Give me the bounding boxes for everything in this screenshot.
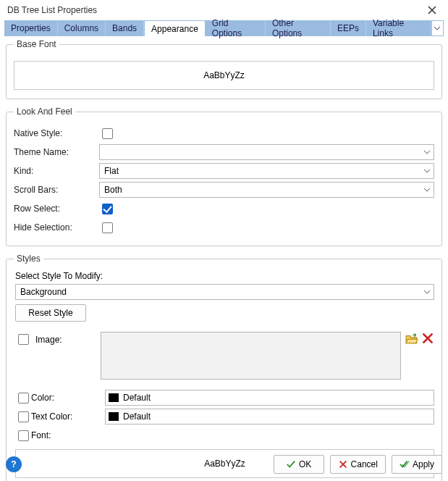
native-style-label: Native Style: bbox=[14, 128, 99, 138]
styles-legend: Styles bbox=[14, 254, 43, 264]
image-checkbox[interactable] bbox=[18, 334, 29, 345]
apply-button[interactable]: Apply bbox=[392, 455, 442, 474]
reset-style-button[interactable]: Reset Style bbox=[15, 304, 86, 322]
scroll-bars-value: Both bbox=[104, 185, 122, 195]
open-image-button[interactable] bbox=[405, 332, 418, 345]
text-color-select[interactable]: Default bbox=[105, 409, 434, 424]
help-icon: ? bbox=[11, 459, 16, 469]
hide-selection-checkbox[interactable] bbox=[102, 222, 113, 233]
font-label: Font: bbox=[31, 430, 101, 440]
color-select[interactable]: Default bbox=[105, 390, 434, 406]
theme-name-select[interactable] bbox=[99, 144, 434, 160]
scroll-bars-select[interactable]: Both bbox=[99, 182, 434, 198]
ok-button[interactable]: OK bbox=[274, 455, 324, 474]
base-font-sample[interactable]: AaBbYyZz bbox=[14, 61, 434, 90]
bottom-bar: ? OK Cancel Apply bbox=[6, 453, 442, 475]
row-select-label: Row Select: bbox=[14, 204, 99, 214]
hide-selection-label: Hide Selection: bbox=[14, 222, 99, 233]
chevron-down-icon bbox=[423, 290, 431, 294]
style-to-modify-value: Background bbox=[20, 287, 67, 297]
main-content: Base Font AaBbYyZz Look And Feel Native … bbox=[0, 39, 448, 481]
help-button[interactable]: ? bbox=[6, 456, 22, 472]
cancel-button[interactable]: Cancel bbox=[330, 455, 386, 474]
text-color-checkbox[interactable] bbox=[18, 411, 29, 422]
native-style-checkbox[interactable] bbox=[102, 128, 113, 139]
chevron-down-icon bbox=[423, 169, 431, 173]
cancel-icon bbox=[338, 459, 348, 469]
base-font-legend: Base Font bbox=[14, 39, 59, 49]
folder-open-icon bbox=[405, 332, 418, 345]
ok-label: OK bbox=[299, 459, 311, 469]
scroll-bars-label: Scroll Bars: bbox=[14, 185, 99, 195]
tab-appearance[interactable]: Appearance bbox=[144, 20, 206, 36]
text-color-label: Text Color: bbox=[31, 411, 101, 422]
theme-name-label: Theme Name: bbox=[14, 147, 99, 157]
kind-label: Kind: bbox=[14, 166, 99, 176]
style-to-modify-select[interactable]: Background bbox=[15, 284, 434, 300]
delete-icon bbox=[421, 332, 434, 345]
chevron-down-icon bbox=[434, 27, 440, 30]
base-font-group: Base Font AaBbYyZz bbox=[6, 39, 442, 99]
chevron-down-icon bbox=[423, 188, 431, 192]
look-and-feel-legend: Look And Feel bbox=[14, 106, 75, 117]
chevron-down-icon bbox=[423, 150, 431, 154]
clear-image-button[interactable] bbox=[421, 332, 434, 345]
tab-properties[interactable]: Properties bbox=[4, 20, 58, 36]
title-bar: DB Tree List Properties bbox=[0, 0, 448, 20]
cancel-label: Cancel bbox=[351, 459, 378, 469]
tab-columns[interactable]: Columns bbox=[58, 20, 106, 36]
window-close-button[interactable] bbox=[420, 1, 444, 19]
tab-overflow-button[interactable] bbox=[431, 20, 444, 36]
close-icon bbox=[428, 6, 436, 14]
window-title: DB Tree List Properties bbox=[7, 5, 97, 15]
apply-icon bbox=[400, 459, 410, 469]
text-color-value: Default bbox=[123, 411, 151, 422]
check-icon bbox=[286, 459, 296, 469]
tab-grid-options[interactable]: Grid Options bbox=[206, 20, 266, 36]
font-checkbox[interactable] bbox=[18, 430, 29, 441]
color-value: Default bbox=[123, 393, 151, 403]
styles-group: Styles Select Style To Modify: Backgroun… bbox=[6, 254, 442, 481]
tab-variable-links[interactable]: Variable Links bbox=[366, 20, 431, 36]
tab-bar: Properties Columns Bands Appearance Grid… bbox=[4, 20, 444, 36]
tab-other-options[interactable]: Other Options bbox=[266, 20, 331, 36]
color-swatch bbox=[109, 393, 119, 402]
kind-value: Flat bbox=[104, 166, 119, 176]
text-color-swatch bbox=[109, 412, 119, 421]
kind-select[interactable]: Flat bbox=[99, 163, 434, 179]
row-select-checkbox[interactable] bbox=[102, 204, 113, 214]
apply-label: Apply bbox=[413, 459, 434, 469]
look-and-feel-group: Look And Feel Native Style: Theme Name: … bbox=[6, 106, 442, 246]
image-label: Image: bbox=[35, 335, 62, 345]
tab-eeps[interactable]: EEPs bbox=[331, 20, 366, 36]
image-preview bbox=[101, 332, 401, 380]
color-checkbox[interactable] bbox=[18, 393, 29, 403]
select-style-label: Select Style To Modify: bbox=[15, 271, 434, 281]
color-label: Color: bbox=[31, 393, 101, 403]
tab-bands[interactable]: Bands bbox=[106, 20, 144, 36]
